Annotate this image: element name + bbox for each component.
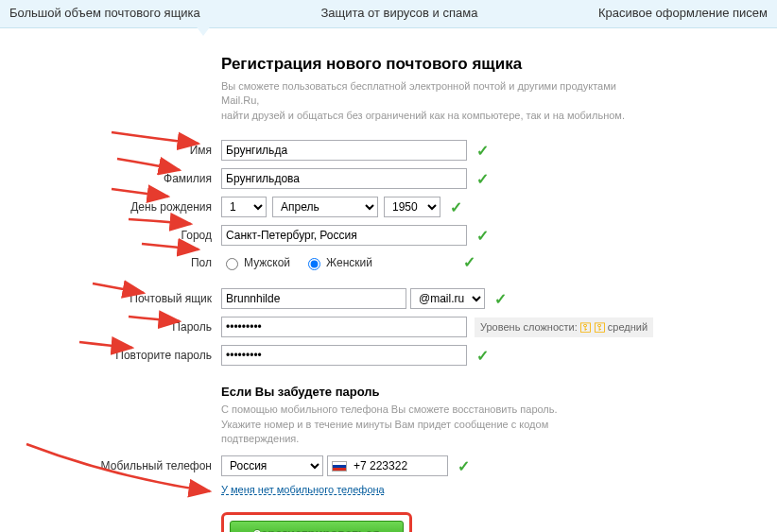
radio-male[interactable] bbox=[226, 258, 238, 270]
check-icon: ✓ bbox=[476, 347, 489, 365]
row-phone: Мобильный телефон Россия ✓ bbox=[221, 455, 777, 476]
row-lastname: Фамилия ✓ bbox=[221, 168, 777, 189]
check-icon: ✓ bbox=[450, 198, 462, 216]
select-day[interactable]: 1 bbox=[221, 197, 267, 217]
label-city: Город bbox=[51, 229, 212, 242]
row-gender: Пол Мужской Женский ✓ bbox=[221, 253, 777, 271]
input-firstname[interactable] bbox=[221, 140, 467, 161]
row-password2: Повторите пароль ✓ bbox=[221, 345, 777, 366]
topbar-right: Красивое оформление писем bbox=[598, 6, 768, 20]
check-icon: ✓ bbox=[494, 290, 507, 308]
flag-ru-icon bbox=[332, 461, 347, 472]
row-password: Пароль Уровень сложности: ⚿ ⚿ средний bbox=[221, 317, 777, 337]
page-title: Регистрация нового почтового ящика bbox=[221, 55, 777, 74]
check-icon: ✓ bbox=[476, 142, 489, 160]
label-gender: Пол bbox=[51, 256, 212, 269]
label-firstname: Имя bbox=[51, 144, 212, 157]
top-bar: Большой объем почтового ящика Защита от … bbox=[0, 0, 777, 28]
topbar-left: Большой объем почтового ящика bbox=[9, 6, 200, 20]
topbar-center: Защита от вирусов и спама bbox=[320, 6, 477, 20]
page-description: Вы сможете пользоваться бесплатной элект… bbox=[221, 79, 628, 123]
select-month[interactable]: Апрель bbox=[272, 197, 378, 217]
check-icon: ✓ bbox=[463, 253, 475, 271]
row-firstname: Имя ✓ bbox=[221, 140, 777, 161]
register-highlight: Зарегистрироваться bbox=[221, 512, 412, 532]
recovery-desc: С помощью мобильного телефона Вы сможете… bbox=[221, 403, 628, 446]
input-password[interactable] bbox=[221, 317, 467, 337]
label-phone: Мобильный телефон bbox=[51, 459, 212, 472]
radio-female[interactable] bbox=[308, 258, 320, 270]
select-domain[interactable]: @mail.ru bbox=[410, 288, 485, 309]
input-city[interactable] bbox=[221, 225, 467, 246]
phone-input-wrap bbox=[327, 455, 448, 476]
label-lastname: Фамилия bbox=[51, 172, 212, 185]
radio-male-label[interactable]: Мужской bbox=[221, 255, 290, 270]
input-password2[interactable] bbox=[221, 345, 467, 366]
row-mailbox: Почтовый ящик @mail.ru ✓ bbox=[221, 288, 777, 309]
row-city: Город ✓ bbox=[221, 225, 777, 246]
label-birthday: День рождения bbox=[51, 200, 212, 214]
row-birthday: День рождения 1 Апрель 1950 ✓ bbox=[221, 197, 777, 217]
register-button[interactable]: Зарегистрироваться bbox=[230, 521, 404, 532]
no-phone-link[interactable]: У меня нет мобильного телефона bbox=[221, 484, 385, 495]
label-password: Пароль bbox=[51, 320, 212, 334]
radio-female-label[interactable]: Женский bbox=[303, 255, 372, 270]
label-password2: Повторите пароль bbox=[51, 349, 212, 362]
key-icon: ⚿ bbox=[594, 320, 606, 335]
password-strength: Уровень сложности: ⚿ ⚿ средний bbox=[475, 317, 653, 337]
check-icon: ✓ bbox=[476, 227, 489, 245]
input-mailbox[interactable] bbox=[221, 288, 406, 309]
input-lastname[interactable] bbox=[221, 168, 467, 189]
label-mailbox: Почтовый ящик bbox=[51, 292, 212, 305]
check-icon: ✓ bbox=[476, 170, 489, 188]
key-icon: ⚿ bbox=[579, 320, 592, 335]
check-icon: ✓ bbox=[458, 457, 470, 475]
select-year[interactable]: 1950 bbox=[384, 197, 440, 217]
input-phone[interactable] bbox=[350, 457, 435, 474]
select-country[interactable]: Россия bbox=[221, 455, 323, 476]
recovery-heading: Если Вы забудете пароль bbox=[221, 385, 777, 399]
